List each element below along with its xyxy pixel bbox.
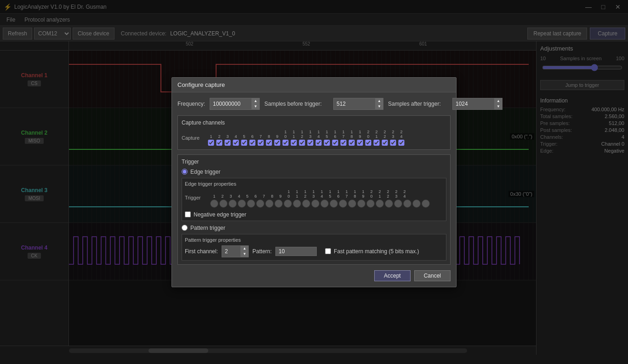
trigger-dots-row (210, 199, 430, 208)
edge-trigger-radio[interactable] (182, 169, 188, 175)
fast-match-checkbox[interactable] (325, 248, 331, 254)
capture-ch8[interactable] (265, 140, 273, 146)
capture-ch13[interactable] (306, 140, 314, 146)
trigger-dot-6[interactable] (256, 199, 264, 208)
capture-ch19[interactable] (356, 140, 364, 146)
trigger-title: Trigger (182, 159, 446, 165)
capture-ch14[interactable] (314, 140, 323, 146)
capture-col-label: Capture (182, 130, 207, 141)
capture-ch6[interactable] (248, 140, 257, 146)
capture-channels-section: Capture channels Capture (177, 115, 451, 150)
first-channel-label: First channel: (185, 248, 218, 255)
trigger-dot-18[interactable] (366, 199, 375, 208)
neg-edge-checkbox[interactable] (185, 211, 191, 217)
trigger-dot-12[interactable] (311, 199, 320, 208)
capture-ch5[interactable] (240, 140, 248, 146)
capture-ch1[interactable] (207, 140, 215, 146)
frequency-input-group: 100000000 ▲ ▼ (210, 98, 260, 110)
freq-spin-down[interactable]: ▼ (252, 104, 259, 109)
neg-edge-row: Negative edge trigger (185, 211, 443, 218)
pattern-trigger-label: Pattern trigger (190, 225, 225, 231)
first-ch-down[interactable]: ▼ (241, 251, 248, 257)
trigger-dot-13[interactable] (320, 199, 329, 208)
fast-match-label: Fast pattern matching (5 bits max.) (334, 248, 419, 255)
capture-ch15[interactable] (323, 140, 331, 146)
trigger-dot-10[interactable] (293, 199, 301, 208)
trigger-dot-5[interactable] (247, 199, 255, 208)
trigger-section: Trigger Edge trigger Edge trigger proper… (177, 154, 451, 265)
samples-after-label: Samples after trigger: (388, 101, 448, 107)
capture-ch10[interactable] (281, 140, 290, 146)
cancel-button[interactable]: Cancel (414, 270, 451, 281)
trigger-dot-11[interactable] (302, 199, 310, 208)
samples-before-group: 512 ▲ ▼ (333, 98, 383, 110)
trigger-dot-8[interactable] (274, 199, 283, 208)
edge-props-title: Edge trigger properties (185, 181, 443, 187)
capture-ch23[interactable] (389, 140, 397, 146)
edge-trigger-label: Edge trigger (190, 169, 220, 175)
capture-ch11[interactable] (290, 140, 298, 146)
samples-after-up[interactable]: ▲ (495, 98, 502, 104)
trigger-dot-19[interactable] (376, 199, 384, 208)
trigger-dot-23[interactable] (412, 199, 421, 208)
pattern-trigger-radio[interactable] (182, 225, 188, 231)
capture-ch22[interactable] (381, 140, 389, 146)
trigger-dot-20[interactable] (385, 199, 393, 208)
trigger-dot-14[interactable] (330, 199, 338, 208)
samples-after-input[interactable]: 1024 (453, 100, 494, 108)
trigger-dot-3[interactable] (228, 199, 237, 208)
dialog-body: Frequency: 100000000 ▲ ▼ Samples before … (172, 92, 456, 287)
freq-row: Frequency: 100000000 ▲ ▼ Samples before … (177, 98, 451, 110)
capture-ch16[interactable] (331, 140, 339, 146)
capture-ch7[interactable] (257, 140, 265, 146)
edge-props-box: Edge trigger properties Trigger (182, 178, 446, 221)
dialog-buttons: Accept Cancel (177, 270, 451, 281)
first-ch-up[interactable]: ▲ (241, 246, 248, 251)
capture-ch24[interactable] (397, 140, 405, 146)
trigger-dot-24[interactable] (422, 199, 430, 208)
samples-before-label: Samples before trigger: (264, 101, 329, 107)
trigger-dot-9[interactable] (284, 199, 292, 208)
samples-before-input[interactable]: 512 (334, 100, 375, 108)
pattern-input[interactable]: 10 (275, 247, 317, 256)
dialog-title: Configure capture (172, 78, 456, 92)
capture-ch2[interactable] (215, 140, 223, 146)
capture-ch18[interactable] (348, 140, 356, 146)
pattern-props-box: Pattern trigger properties First channel… (182, 234, 446, 261)
freq-spin-up[interactable]: ▲ (252, 98, 259, 104)
trigger-dot-16[interactable] (348, 199, 356, 208)
capture-checkboxes-row (207, 140, 405, 146)
samples-before-up[interactable]: ▲ (376, 98, 383, 104)
capture-ch3[interactable] (223, 140, 232, 146)
trigger-dot-2[interactable] (219, 199, 228, 208)
frequency-spinners: ▲ ▼ (251, 98, 259, 109)
capture-channels-title: Capture channels (182, 119, 446, 126)
trigger-dot-17[interactable] (357, 199, 365, 208)
capture-ch20[interactable] (364, 140, 372, 146)
pattern-props-title: Pattern trigger properties (185, 237, 443, 243)
samples-before-down[interactable]: ▼ (376, 104, 383, 109)
capture-ch4[interactable] (232, 140, 240, 146)
trigger-dot-22[interactable] (403, 199, 411, 208)
accept-button[interactable]: Accept (374, 270, 411, 281)
freq-label: Frequency: (177, 101, 205, 107)
capture-ch12[interactable] (298, 140, 306, 146)
first-channel-input[interactable]: 2 (222, 247, 240, 256)
trigger-dot-7[interactable] (265, 199, 274, 208)
edge-trigger-row: Edge trigger (182, 169, 446, 175)
first-channel-input-group: 2 ▲ ▼ (222, 245, 249, 257)
configure-dialog: Configure capture Frequency: 100000000 ▲… (171, 77, 457, 287)
neg-edge-label: Negative edge trigger (194, 211, 246, 218)
trigger-dot-21[interactable] (394, 199, 402, 208)
modal-overlay: Configure capture Frequency: 100000000 ▲… (0, 0, 628, 364)
trigger-dot-4[interactable] (238, 199, 246, 208)
trigger-dot-1[interactable] (210, 199, 218, 208)
pattern-trigger-row: Pattern trigger (182, 225, 446, 231)
capture-ch17[interactable] (339, 140, 348, 146)
samples-after-down[interactable]: ▼ (495, 104, 502, 109)
samples-after-group: 1024 ▲ ▼ (452, 98, 502, 110)
frequency-input[interactable]: 100000000 (210, 100, 251, 108)
trigger-dot-15[interactable] (339, 199, 347, 208)
capture-ch21[interactable] (372, 140, 381, 146)
capture-ch9[interactable] (273, 140, 281, 146)
